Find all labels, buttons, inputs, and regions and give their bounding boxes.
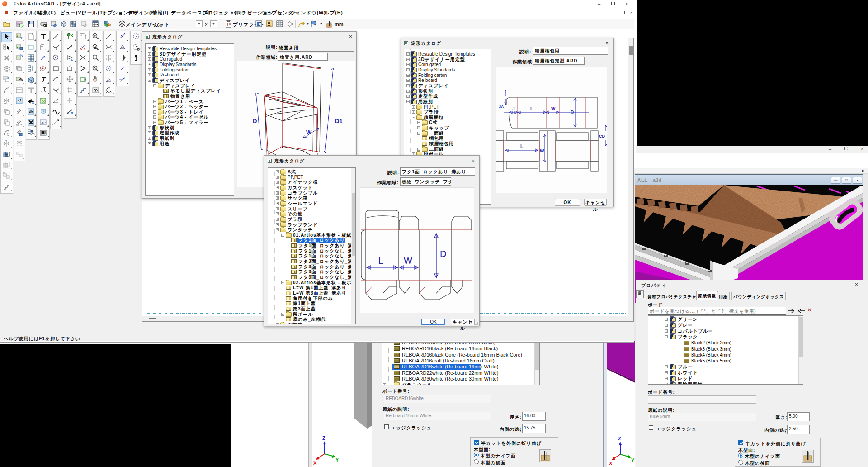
svg-text:Z: Z [322,435,326,441]
svg-text:Z: Z [618,436,621,441]
svg-text:D1: D1 [335,118,343,124]
svg-text:CD: CD [599,134,605,138]
svg-text:Y: Y [631,457,635,463]
svg-text:L: L [530,106,533,111]
svg-text:D: D [440,249,446,259]
svg-text:W: W [404,256,412,266]
svg-text:J: J [512,106,515,111]
svg-text:JA: JA [499,105,504,109]
svg-text:S: S [71,113,73,115]
svg-text:1: 1 [119,77,121,80]
svg-text:W: W [540,148,544,153]
svg-text:AP: AP [41,121,46,125]
svg-text:W: W [551,106,556,111]
svg-text:D: D [571,110,574,115]
svg-text:L: L [378,256,383,266]
svg-text:2: 2 [123,76,125,79]
svg-text:X: X [609,461,613,466]
svg-text:D: D [253,118,257,124]
svg-text:X: X [313,460,317,466]
svg-text:0000: 0000 [41,133,46,136]
svg-text:Y: Y [335,457,339,462]
svg-text:W: W [306,129,312,136]
svg-text:L: L [520,144,523,149]
